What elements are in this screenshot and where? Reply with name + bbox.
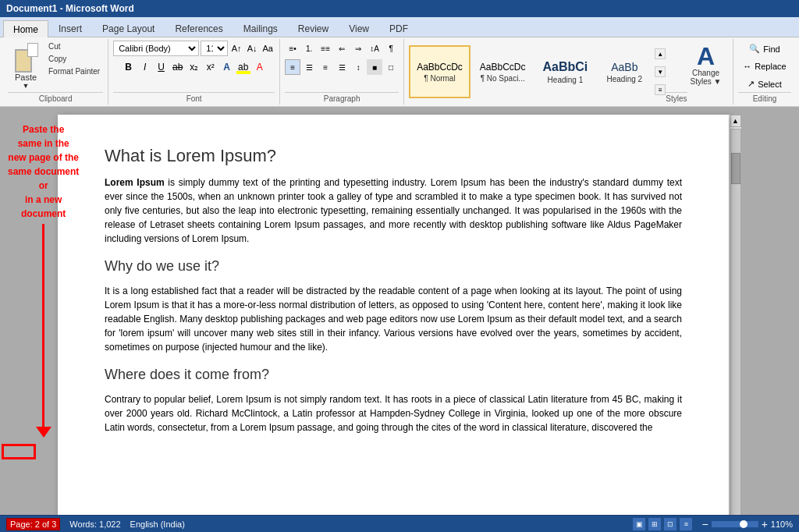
doc-icon xyxy=(27,43,38,57)
style-nospace-label: ¶ No Spaci... xyxy=(481,74,525,83)
styles-scroll-up[interactable]: ▲ xyxy=(655,48,666,59)
decrease-indent-button[interactable]: ⇐ xyxy=(334,41,350,56)
style-normal[interactable]: AaBbCcDc ¶ Normal xyxy=(409,45,471,98)
line-spacing-button[interactable]: ↕ xyxy=(350,59,366,75)
font-color-button[interactable]: A xyxy=(252,59,268,75)
copy-button[interactable]: Copy xyxy=(45,53,103,65)
ribbon-tabs: Home Insert Page Layout References Maili… xyxy=(0,17,799,37)
italic-button[interactable]: I xyxy=(137,59,153,75)
style-h2-label: Heading 2 xyxy=(607,75,643,83)
change-styles-icon: A xyxy=(697,44,715,69)
sort-button[interactable]: ↕A xyxy=(367,41,382,56)
subscript-button[interactable]: x₂ xyxy=(186,59,202,75)
tab-mailings[interactable]: Mailings xyxy=(233,20,288,37)
scroll-thumb[interactable] xyxy=(731,153,740,184)
tab-pdf[interactable]: PDF xyxy=(379,20,418,37)
find-button[interactable]: 🔍 Find xyxy=(745,41,783,56)
zoom-level: 110% xyxy=(771,520,793,529)
find-label: Find xyxy=(763,44,779,54)
paste-dropdown[interactable]: ▼ xyxy=(23,82,30,90)
underline-button[interactable]: U xyxy=(154,59,169,75)
increase-indent-button[interactable]: ⇒ xyxy=(350,41,366,56)
paste-icon xyxy=(13,43,38,73)
superscript-button[interactable]: x² xyxy=(203,59,218,75)
page-count: Page: 2 of 3 xyxy=(6,518,60,530)
multilevel-button[interactable]: ≡≡ xyxy=(318,41,333,56)
change-styles-button[interactable]: A ChangeStyles ▼ xyxy=(687,41,725,89)
shading-button[interactable]: ■ xyxy=(367,59,382,75)
paragraph-group-label: Paragraph xyxy=(285,92,399,103)
clipboard-group-label: Clipboard xyxy=(8,92,103,103)
zoom-in-button[interactable]: + xyxy=(762,518,768,530)
justify-button[interactable]: ☰ xyxy=(334,59,350,75)
select-icon: ↗ xyxy=(748,79,755,89)
scroll-up-button[interactable]: ▲ xyxy=(730,115,741,127)
styles-group: AaBbCcDc ¶ Normal AaBbCcDc ¶ No Spaci...… xyxy=(404,39,679,105)
styles-more[interactable]: ≡ xyxy=(655,84,666,95)
align-left-button[interactable]: ≡ xyxy=(285,59,300,75)
document-para3: Contrary to popular belief, Lorem Ipsum … xyxy=(105,392,682,434)
style-normal-preview: AaBbCcDc xyxy=(417,62,463,73)
format-painter-button[interactable]: Format Painter xyxy=(45,66,103,77)
tab-home[interactable]: Home xyxy=(3,20,48,37)
increase-font-btn[interactable]: A↑ xyxy=(229,41,243,55)
replace-button[interactable]: ↔ Replace xyxy=(739,59,790,73)
style-heading2[interactable]: AaBb Heading 2 xyxy=(597,45,652,98)
zoom-out-button[interactable]: − xyxy=(701,518,708,530)
font-family-select[interactable]: Calibri (Body) xyxy=(113,41,199,56)
show-hide-button[interactable]: ¶ xyxy=(383,41,399,56)
cut-button[interactable]: Cut xyxy=(45,41,103,52)
view-print-icon[interactable]: ▣ xyxy=(633,518,645,530)
bullets-button[interactable]: ≡• xyxy=(285,41,300,56)
document-para2: It is a long established fact that a rea… xyxy=(105,284,682,354)
select-button[interactable]: ↗ Select xyxy=(744,76,786,91)
tab-references[interactable]: References xyxy=(165,20,233,37)
document[interactable]: What is Lorem Ipsum? Lorem Ipsum is simp… xyxy=(58,115,729,515)
tab-pagelayout[interactable]: Page Layout xyxy=(92,20,165,37)
find-icon: 🔍 xyxy=(749,44,760,54)
zoom-thumb xyxy=(740,520,748,528)
style-normal-label: ¶ Normal xyxy=(424,74,455,83)
ribbon-content: Paste ▼ Cut Copy Format Painter Clipboar… xyxy=(0,37,799,106)
strikethrough-button[interactable]: ab xyxy=(170,59,186,75)
style-heading1[interactable]: AaBbCi Heading 1 xyxy=(535,45,596,98)
numbering-button[interactable]: 1. xyxy=(301,41,317,56)
view-web-icon[interactable]: ⊡ xyxy=(664,518,676,530)
align-center-button[interactable]: ☰ xyxy=(301,59,317,75)
style-nospace-preview: AaBbCcDc xyxy=(480,62,526,73)
status-icons: ▣ ⊞ ⊡ ≡ xyxy=(633,518,692,530)
font-size-select[interactable]: 11 xyxy=(201,41,228,56)
view-full-icon[interactable]: ⊞ xyxy=(648,518,661,530)
align-right-button[interactable]: ≡ xyxy=(318,59,333,75)
select-label: Select xyxy=(758,80,782,89)
clipboard-small-buttons: Cut Copy Format Painter xyxy=(45,41,103,77)
word-count: Words: 1,022 xyxy=(69,520,120,529)
styles-scroll-down[interactable]: ▼ xyxy=(655,66,666,77)
tab-review[interactable]: Review xyxy=(288,20,339,37)
view-outline-icon[interactable]: ≡ xyxy=(680,518,692,530)
style-nospace[interactable]: AaBbCcDc ¶ No Spaci... xyxy=(472,45,534,98)
decrease-font-btn[interactable]: A↓ xyxy=(245,41,259,55)
paste-button[interactable]: Paste ▼ xyxy=(8,41,44,92)
zoom-slider[interactable] xyxy=(712,521,758,527)
paste-label: Paste xyxy=(15,73,37,82)
styles-scroll: ▲ ▼ ≡ xyxy=(655,48,666,95)
bold-button[interactable]: B xyxy=(121,59,137,75)
text-effect-button[interactable]: A xyxy=(219,59,235,75)
editing-group-label: Editing xyxy=(738,92,791,103)
ribbon: Home Insert Page Layout References Maili… xyxy=(0,17,799,107)
editing-group: 🔍 Find ↔ Replace ↗ Select Editing xyxy=(733,39,796,105)
font-format-row: B I U ab x₂ x² A ab A xyxy=(121,59,268,75)
tab-view[interactable]: View xyxy=(339,20,379,37)
para1-rest: is simply dummy text of the printing and… xyxy=(105,177,682,244)
change-case-btn[interactable]: Aa xyxy=(261,41,275,55)
font-group: Calibri (Body) 11 A↑ A↓ Aa B I U ab x₂ x… xyxy=(108,39,280,105)
highlight-button[interactable]: ab xyxy=(236,59,251,75)
replace-icon: ↔ xyxy=(743,62,751,71)
vertical-scrollbar[interactable]: ▲ ▼ xyxy=(729,115,741,515)
document-para1: Lorem Ipsum is simply dummy text of the … xyxy=(105,176,682,246)
border-button[interactable]: □ xyxy=(383,59,399,75)
tab-insert[interactable]: Insert xyxy=(48,20,92,37)
zoom-control: − + 110% xyxy=(701,518,793,530)
status-bar: Page: 2 of 3 Words: 1,022 English (India… xyxy=(0,515,799,532)
